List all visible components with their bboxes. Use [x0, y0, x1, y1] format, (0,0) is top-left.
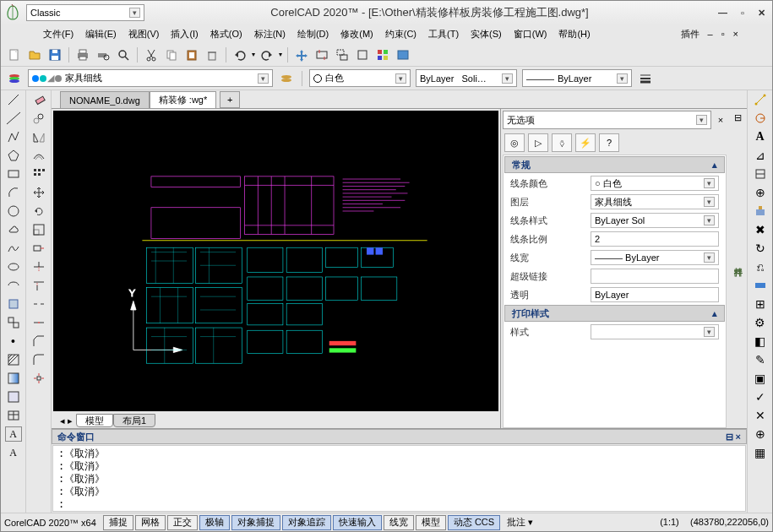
undo-button[interactable]: [231, 46, 248, 63]
menu-plugins[interactable]: 插件: [681, 28, 700, 41]
trim-tool[interactable]: [30, 259, 47, 274]
cut-button[interactable]: [143, 46, 160, 63]
help-button[interactable]: ?: [599, 133, 619, 152]
mass-tool[interactable]: A: [752, 129, 769, 144]
menu-item[interactable]: 绘制(D): [297, 28, 329, 41]
chamfer-tool[interactable]: [30, 334, 47, 349]
menu-item[interactable]: 窗口(W): [514, 28, 547, 41]
property-value[interactable]: 2: [591, 231, 719, 247]
status-toggle[interactable]: 捕捉: [103, 515, 133, 530]
menu-item[interactable]: 视图(V): [128, 28, 160, 41]
menu-item[interactable]: 实体(S): [471, 28, 502, 41]
menu-item[interactable]: 插入(I): [171, 28, 198, 41]
polyline-tool[interactable]: [5, 129, 22, 144]
zoom-fit-button[interactable]: [313, 46, 330, 63]
layout-tab[interactable]: 布局1: [113, 414, 155, 427]
status-toggle[interactable]: 对象捕捉: [231, 515, 280, 530]
layer-selector[interactable]: ◢ 家具细线 ▾: [28, 69, 273, 87]
command-history[interactable]: :《取消》:《取消》:《取消》:《取消》:: [52, 445, 746, 512]
distance-tool[interactable]: [752, 92, 769, 107]
select-objects-button[interactable]: ▷: [528, 133, 548, 152]
new-button[interactable]: [6, 46, 23, 63]
cmd-pin-button[interactable]: ⊟: [726, 432, 733, 442]
insert-block-tool[interactable]: [5, 296, 22, 312]
line-tool[interactable]: [5, 92, 22, 107]
delete-button[interactable]: [204, 46, 220, 63]
script-tool[interactable]: ✎: [752, 352, 769, 367]
file-tab[interactable]: 精装修 :wg*: [150, 91, 216, 108]
quick-select-button[interactable]: ⎀: [552, 133, 572, 152]
clean-tool[interactable]: [752, 204, 769, 219]
rectangle-tool[interactable]: [5, 166, 22, 182]
linetype-selector[interactable]: ByLayer Soli… ▾: [416, 69, 517, 87]
status-toggle[interactable]: 网格: [135, 515, 166, 530]
stretch-tool[interactable]: [30, 241, 47, 256]
panel-close-button[interactable]: ×: [713, 109, 728, 131]
save-button[interactable]: [46, 46, 63, 63]
print-preview-button[interactable]: [95, 46, 112, 63]
datalink-tool[interactable]: ⊕: [752, 185, 769, 200]
add-plugin-tool[interactable]: ⊕: [752, 426, 769, 442]
purge-tool[interactable]: ✖: [752, 222, 769, 237]
gradient-tool[interactable]: [5, 371, 22, 386]
break-tool[interactable]: [30, 296, 47, 312]
layer-translate-tool[interactable]: ✕: [752, 408, 769, 423]
color-selector[interactable]: 白色 ▾: [309, 69, 411, 87]
ellipse-arc-tool[interactable]: [5, 278, 22, 293]
selection-filter[interactable]: 无选项 ▾: [503, 111, 711, 129]
recover-tool[interactable]: ⎌: [752, 259, 769, 274]
menu-item[interactable]: 格式(O): [210, 28, 242, 41]
property-value[interactable]: 家具细线▾: [591, 194, 719, 209]
redo-dropdown[interactable]: ▾: [279, 51, 282, 58]
find-button[interactable]: [115, 46, 132, 63]
join-tool[interactable]: [30, 315, 47, 330]
props-section-general[interactable]: 常规▴: [504, 156, 725, 173]
workspace-selector[interactable]: Classic ▾: [26, 4, 144, 21]
cmd-close-button[interactable]: ×: [736, 432, 741, 442]
text-tool[interactable]: A: [5, 426, 22, 442]
named-views-button[interactable]: [374, 46, 391, 63]
property-value[interactable]: ○ 白色▾: [591, 176, 719, 191]
menu-item[interactable]: 修改(M): [340, 28, 373, 41]
menu-item[interactable]: 编辑(E): [85, 28, 117, 41]
layer-previous-button[interactable]: [278, 70, 295, 87]
add-tab-button[interactable]: +: [220, 91, 240, 108]
file-tab[interactable]: NONAME_0.dwg: [60, 91, 150, 108]
scale-tool[interactable]: [30, 222, 47, 237]
pan-button[interactable]: [293, 46, 310, 63]
status-toggle[interactable]: 动态 CCS: [448, 515, 500, 530]
infinite-line-tool[interactable]: [5, 111, 22, 126]
minimize-button[interactable]: —: [715, 8, 731, 19]
status-toggle[interactable]: 正交: [167, 515, 198, 530]
open-button[interactable]: [26, 46, 43, 63]
extend-tool[interactable]: [30, 278, 47, 293]
table-tool[interactable]: [5, 408, 22, 423]
explode-tool[interactable]: [30, 371, 47, 386]
erase-tool[interactable]: [30, 92, 47, 107]
arc-tool[interactable]: [5, 185, 22, 200]
mirror-tool[interactable]: [30, 129, 47, 144]
ellipse-tool[interactable]: [5, 259, 22, 274]
property-value[interactable]: ByLayer Sol▾: [591, 213, 719, 228]
paste-button[interactable]: [183, 46, 200, 63]
multiline-text-tool[interactable]: A: [5, 445, 22, 460]
polygon-tool[interactable]: [5, 148, 22, 163]
filter-button[interactable]: ⚡: [575, 133, 596, 152]
layer-manager-button[interactable]: [6, 70, 23, 87]
undo-dropdown[interactable]: ▾: [252, 51, 255, 58]
menu-item[interactable]: 帮助(H): [558, 28, 590, 41]
menu-item[interactable]: 文件(F): [43, 28, 73, 41]
fillet-tool[interactable]: [30, 352, 47, 367]
annotation-scale[interactable]: 批注 ▾: [507, 516, 533, 529]
redo-button[interactable]: [259, 46, 275, 63]
mdi-restore-button[interactable]: ▫: [721, 29, 725, 39]
status-toggle[interactable]: 对象追踪: [282, 515, 331, 530]
menu-item[interactable]: 标注(N): [254, 28, 286, 41]
revision-cloud-tool[interactable]: [5, 222, 22, 237]
copy-tool[interactable]: [30, 111, 47, 126]
menu-item[interactable]: 约束(C): [385, 28, 416, 41]
rotate-tool[interactable]: [30, 204, 47, 219]
toggle-pickadd-button[interactable]: ◎: [504, 133, 525, 152]
circle-tool[interactable]: [5, 204, 22, 219]
list-tool[interactable]: ⊿: [752, 148, 769, 163]
